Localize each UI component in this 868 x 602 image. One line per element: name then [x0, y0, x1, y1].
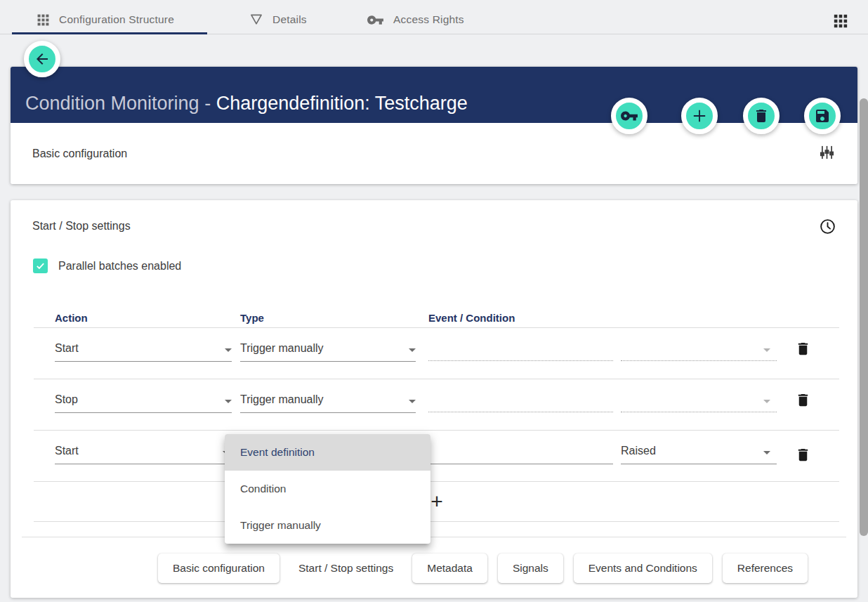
event-field-disabled: [428, 412, 613, 412]
nav-start-stop-settings[interactable]: Start / Stop settings: [290, 554, 402, 583]
page-header: Condition Monitoring - Chargendefinition…: [11, 67, 857, 123]
basic-configuration-section: Basic configuration: [11, 123, 857, 184]
field-underline: [55, 412, 232, 413]
parallel-batches-label: Parallel batches enabled: [58, 260, 181, 273]
row-divider: [34, 521, 839, 522]
tab-label: Details: [272, 13, 307, 26]
type-select-value[interactable]: Trigger manually: [240, 393, 324, 406]
chevron-down-icon-disabled: [758, 341, 775, 358]
delete-row-button[interactable]: [795, 341, 812, 358]
save-button[interactable]: [804, 98, 841, 134]
tab-details[interactable]: Details: [249, 8, 307, 31]
trash-icon: [753, 107, 770, 124]
row-divider: [34, 379, 839, 379]
access-rights-button[interactable]: [611, 98, 647, 134]
column-header-action: Action: [55, 312, 88, 324]
field-underline: [55, 361, 232, 362]
column-header-type: Type: [240, 312, 264, 324]
scrollbar-thumb[interactable]: [860, 98, 868, 536]
field-underline: [55, 464, 232, 464]
tab-access-rights[interactable]: Access Rights: [367, 8, 464, 31]
sliders-icon[interactable]: [819, 144, 835, 163]
header-divider: [34, 327, 839, 328]
chevron-down-icon[interactable]: [404, 341, 421, 358]
trash-icon: [795, 341, 811, 357]
state-field-disabled: [621, 360, 777, 361]
chevron-down-icon[interactable]: [404, 393, 421, 410]
type-select-value[interactable]: Trigger manually: [240, 342, 324, 355]
menu-item-trigger-manually[interactable]: Trigger manually: [225, 507, 430, 544]
parallel-batches-checkbox[interactable]: [33, 259, 48, 273]
state-select-value[interactable]: Raised: [621, 445, 656, 457]
row-divider: [34, 430, 839, 431]
save-icon: [814, 107, 831, 124]
type-dropdown-menu: Event definition Condition Trigger manua…: [225, 434, 430, 544]
trash-icon: [795, 447, 811, 463]
tab-configuration-structure[interactable]: Configuration Structure: [37, 8, 174, 31]
nav-events-and-conditions[interactable]: Events and Conditions: [574, 554, 712, 583]
delete-row-button[interactable]: [795, 447, 812, 464]
chevron-down-icon-disabled: [758, 393, 775, 410]
event-field[interactable]: [428, 464, 613, 464]
menu-item-event-definition[interactable]: Event definition: [225, 434, 430, 471]
title-prefix: Condition Monitoring -: [25, 93, 216, 114]
add-button[interactable]: [681, 98, 718, 134]
apps-grid-icon[interactable]: [833, 13, 850, 30]
page-title: Condition Monitoring - Chargendefinition…: [25, 93, 468, 114]
chevron-down-icon[interactable]: [220, 341, 237, 358]
nav-signals[interactable]: Signals: [498, 554, 563, 583]
nav-references[interactable]: References: [723, 554, 808, 583]
menu-item-condition[interactable]: Condition: [225, 471, 430, 507]
basic-configuration-title: Basic configuration: [32, 148, 127, 160]
key-icon: [367, 11, 384, 29]
row-divider: [34, 481, 839, 482]
title-name: Chargendefinition: Testcharge: [216, 93, 468, 114]
grid-icon: [37, 13, 50, 27]
active-tab-indicator: [12, 32, 207, 34]
field-underline: [621, 464, 777, 464]
nav-metadata[interactable]: Metadata: [412, 554, 487, 583]
start-stop-settings-card: Start / Stop settings Parallel batches e…: [11, 200, 857, 598]
bottom-navigation: Basic configuration Start / Stop setting…: [158, 554, 808, 583]
tab-label: Access Rights: [393, 13, 464, 26]
key-icon: [620, 107, 638, 125]
start-stop-settings-title: Start / Stop settings: [32, 220, 131, 233]
app-window: Configuration Structure Details Access R…: [0, 0, 868, 602]
action-select-value[interactable]: Stop: [55, 393, 78, 406]
column-header-event-condition: Event / Condition: [428, 312, 515, 324]
funnel-icon: [249, 13, 263, 27]
top-tab-bar: Configuration Structure Details Access R…: [0, 0, 868, 40]
clock-icon[interactable]: [819, 218, 836, 238]
back-button[interactable]: [24, 41, 60, 77]
action-select-value[interactable]: Start: [55, 445, 79, 457]
delete-row-button[interactable]: [795, 392, 812, 409]
arrow-left-icon: [34, 51, 51, 67]
action-select-value[interactable]: Start: [55, 342, 79, 355]
plus-icon: [690, 106, 709, 126]
field-underline: [240, 412, 416, 413]
section-divider: [22, 537, 846, 537]
nav-basic-configuration[interactable]: Basic configuration: [158, 554, 280, 583]
parallel-batches-row: Parallel batches enabled: [33, 259, 181, 273]
field-underline: [240, 361, 416, 362]
tab-label: Configuration Structure: [59, 13, 174, 26]
trash-icon: [795, 392, 811, 408]
check-icon: [35, 261, 46, 271]
event-field-disabled: [428, 360, 613, 361]
chevron-down-icon[interactable]: [758, 444, 775, 461]
delete-button[interactable]: [743, 98, 780, 134]
header-card: Condition Monitoring - Chargendefinition…: [11, 67, 857, 184]
state-field-disabled: [621, 412, 777, 412]
chevron-down-icon[interactable]: [220, 393, 237, 410]
